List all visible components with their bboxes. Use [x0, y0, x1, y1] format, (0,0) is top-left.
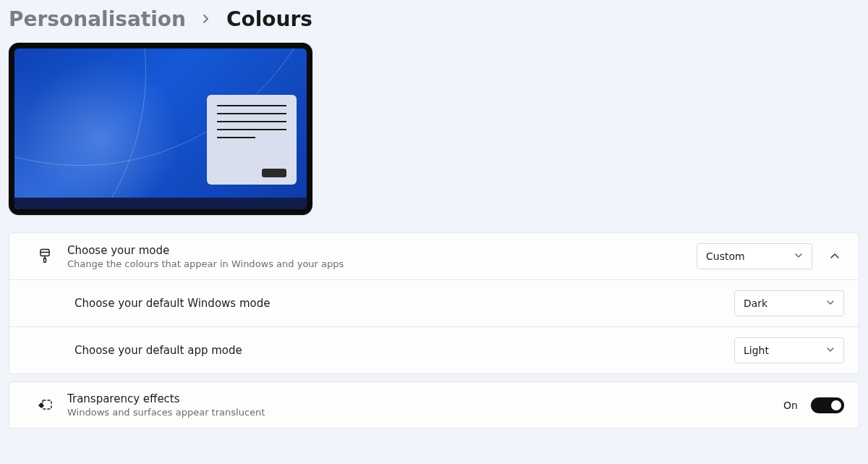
- choose-mode-card: Choose your mode Change the colours that…: [9, 232, 859, 374]
- windows-mode-row: Choose your default Windows mode Dark: [9, 279, 859, 326]
- breadcrumb: Personalisation Colours: [9, 4, 859, 43]
- choose-mode-row: Choose your mode Change the colours that…: [9, 233, 859, 279]
- breadcrumb-current: Colours: [226, 7, 312, 31]
- preview-taskbar: [14, 198, 307, 209]
- transparency-row: Transparency effects Windows and surface…: [9, 382, 859, 428]
- chevron-down-icon: [826, 345, 835, 355]
- transparency-state-label: On: [783, 400, 798, 411]
- transparency-icon: [34, 399, 56, 412]
- chevron-down-icon: [826, 298, 835, 308]
- windows-mode-dropdown[interactable]: Dark: [734, 290, 844, 316]
- colour-preview: [9, 43, 312, 215]
- breadcrumb-parent[interactable]: Personalisation: [9, 7, 186, 31]
- transparency-title: Transparency effects: [67, 392, 772, 405]
- svg-rect-2: [43, 400, 51, 409]
- brush-icon: [34, 248, 56, 264]
- choose-mode-desc: Change the colours that appear in Window…: [67, 258, 685, 269]
- app-mode-title: Choose your default app mode: [75, 344, 723, 357]
- choose-mode-dropdown[interactable]: Custom: [697, 243, 812, 269]
- chevron-down-icon: [794, 251, 803, 261]
- app-mode-value: Light: [744, 345, 769, 356]
- preview-app-window: [207, 95, 297, 185]
- chevron-right-icon: [202, 12, 210, 27]
- windows-mode-title: Choose your default Windows mode: [75, 297, 723, 310]
- choose-mode-value: Custom: [706, 250, 745, 262]
- choose-mode-title: Choose your mode: [67, 244, 685, 257]
- transparency-desc: Windows and surfaces appear translucent: [67, 407, 772, 418]
- choose-mode-collapse[interactable]: [825, 247, 844, 266]
- app-mode-row: Choose your default app mode Light: [9, 326, 859, 374]
- transparency-card: Transparency effects Windows and surface…: [9, 381, 859, 429]
- windows-mode-value: Dark: [744, 298, 767, 309]
- transparency-toggle[interactable]: [811, 397, 844, 413]
- app-mode-dropdown[interactable]: Light: [734, 337, 844, 363]
